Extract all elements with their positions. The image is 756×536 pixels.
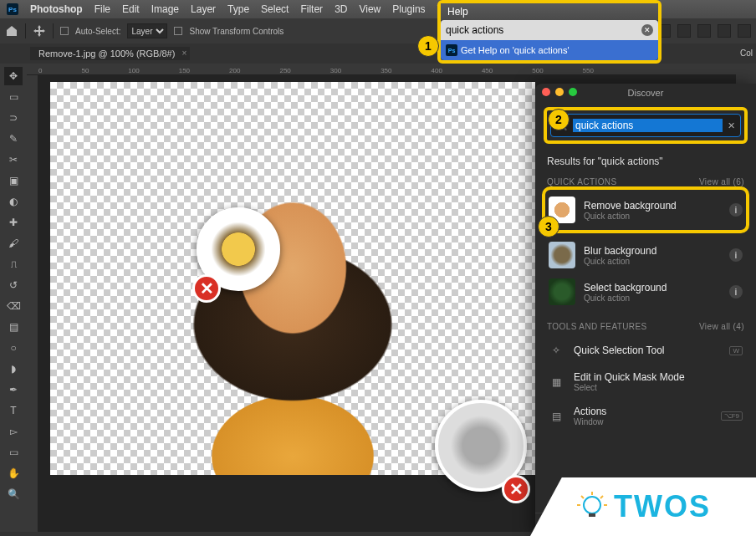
shape-tool[interactable]: ▭: [4, 443, 23, 462]
move-tool[interactable]: ✥: [4, 67, 23, 85]
wand-icon: ✧: [549, 343, 564, 358]
minimize-window-icon[interactable]: [555, 88, 564, 96]
close-window-icon[interactable]: [542, 88, 550, 96]
quick-select-tool[interactable]: ✎: [4, 130, 23, 148]
menu-help[interactable]: Help: [447, 6, 468, 18]
thumbnail-icon: [549, 242, 575, 268]
document-tab-title: Remove-1.jpg @ 100% (RGB/8#): [38, 48, 175, 59]
ruler-tick: 400: [432, 67, 442, 74]
auto-select-checkbox[interactable]: [60, 27, 69, 35]
help-menu-popup: Help ✕ Ps Get Help on 'quick actions': [437, 0, 662, 64]
step-badge-1: 1: [417, 35, 439, 57]
menu-file[interactable]: File: [94, 3, 110, 15]
type-tool[interactable]: T: [4, 401, 23, 420]
row-subtitle: Quick action: [584, 257, 721, 266]
step-badge-2: 2: [548, 109, 570, 130]
ruler-tick: 0: [38, 67, 42, 74]
keyboard-shortcut: ⌥F9: [721, 411, 743, 421]
menu-view[interactable]: View: [359, 3, 381, 15]
stamp-tool[interactable]: ⎍: [4, 255, 23, 273]
zoom-tool[interactable]: 🔍: [4, 485, 23, 503]
menu-3d[interactable]: 3D: [335, 3, 347, 15]
document-tab[interactable]: Remove-1.jpg @ 100% (RGB/8#) ×: [30, 47, 190, 60]
qa-select-background[interactable]: Select background Quick action i: [547, 273, 744, 310]
keyboard-shortcut: W: [729, 346, 743, 355]
watermark-text: TWOS: [614, 489, 711, 524]
clear-icon[interactable]: ✕: [641, 24, 653, 36]
tf-actions[interactable]: ▤ Actions Window ⌥F9: [547, 399, 744, 433]
frame-tool[interactable]: ▣: [4, 171, 23, 190]
help-result-label: Get Help on 'quick actions': [461, 45, 570, 55]
lightbulb-icon: [575, 490, 609, 523]
menu-select[interactable]: Select: [261, 3, 289, 15]
path-tool[interactable]: ▻: [4, 422, 23, 441]
heal-tool[interactable]: ✚: [4, 213, 23, 232]
close-icon[interactable]: ×: [182, 48, 187, 58]
layer-dropdown[interactable]: Layer: [127, 23, 167, 38]
menu-layer[interactable]: Layer: [191, 3, 216, 15]
row-title: Blur background: [584, 245, 721, 257]
error-x-icon: ✕: [192, 274, 221, 303]
discover-panel: Discover 🔍 ✕ Results for "quick actions"…: [535, 84, 756, 536]
more-icon[interactable]: [738, 24, 751, 38]
tf-quick-mask[interactable]: ▦ Edit in Quick Mask Mode Select: [547, 365, 744, 399]
eyedropper-tool[interactable]: ◐: [4, 192, 23, 211]
menu-edit[interactable]: Edit: [122, 3, 140, 15]
section-tools-features: TOOLS AND FEATURES View all (4): [547, 322, 744, 331]
ruler-tick: 200: [229, 67, 240, 74]
dodge-tool[interactable]: ◗: [4, 360, 23, 378]
qa-remove-background[interactable]: Remove background Quick action i: [547, 191, 744, 228]
document-canvas[interactable]: ✕ ✕: [50, 82, 535, 475]
auto-select-label: Auto-Select:: [75, 27, 120, 36]
step-badge-3: 3: [538, 216, 559, 237]
menu-type[interactable]: Type: [227, 3, 249, 15]
watermark-logo: TWOS: [530, 477, 756, 536]
zoom-window-icon[interactable]: [569, 88, 577, 96]
info-icon[interactable]: i: [729, 285, 743, 299]
window-traffic-lights[interactable]: [542, 88, 577, 96]
distribute-icon[interactable]: [697, 24, 711, 38]
color-panel-tab[interactable]: Col: [740, 48, 753, 58]
hand-tool[interactable]: ✋: [4, 464, 23, 482]
menu-app[interactable]: Photoshop: [30, 3, 83, 15]
menu-plugins[interactable]: Plugins: [392, 3, 425, 15]
subject-photo: [109, 99, 477, 475]
svg-point-0: [584, 497, 600, 513]
row-title: Edit in Quick Mask Mode: [574, 371, 743, 383]
row-subtitle: Quick action: [584, 212, 721, 221]
help-search-result[interactable]: Ps Get Help on 'quick actions': [441, 40, 658, 60]
history-brush-tool[interactable]: ↺: [4, 276, 23, 294]
view-all-link[interactable]: View all (6): [699, 177, 744, 186]
vertical-ruler: [27, 75, 38, 532]
row-title: Select background: [584, 282, 721, 294]
clear-icon[interactable]: ✕: [728, 120, 735, 131]
view-all-link[interactable]: View all (4): [699, 322, 744, 331]
ps-icon: Ps: [446, 44, 457, 56]
menu-filter[interactable]: Filter: [300, 3, 323, 15]
info-icon[interactable]: i: [729, 248, 743, 262]
crop-tool[interactable]: ✂: [4, 151, 23, 169]
blur-tool[interactable]: ○: [4, 339, 23, 357]
pen-tool[interactable]: ✒: [4, 380, 23, 399]
discover-search-field[interactable]: 🔍 ✕: [550, 114, 741, 137]
discover-search-input[interactable]: [573, 119, 723, 132]
lasso-tool[interactable]: ⊃: [4, 109, 23, 127]
eraser-tool[interactable]: ⌫: [4, 297, 23, 315]
actions-icon: ▤: [549, 409, 564, 424]
help-search-field[interactable]: ✕: [441, 20, 658, 40]
qa-blur-background[interactable]: Blur background Quick action i: [547, 237, 744, 273]
info-icon[interactable]: i: [729, 203, 743, 217]
gradient-tool[interactable]: ▤: [4, 318, 23, 336]
brush-tool[interactable]: 🖌: [4, 234, 23, 253]
ruler-tick: 250: [279, 67, 290, 74]
ruler-tick: 150: [179, 67, 190, 74]
menu-image[interactable]: Image: [151, 3, 179, 15]
show-transform-checkbox[interactable]: [174, 27, 182, 35]
help-search-input[interactable]: [446, 24, 641, 36]
marquee-tool[interactable]: ▭: [4, 88, 23, 106]
distribute-icon[interactable]: [718, 24, 731, 38]
home-icon[interactable]: [5, 24, 18, 38]
tf-quick-selection[interactable]: ✧ Quick Selection Tool W: [547, 336, 744, 365]
error-x-icon: ✕: [502, 475, 530, 503]
align-icon[interactable]: [677, 24, 691, 38]
